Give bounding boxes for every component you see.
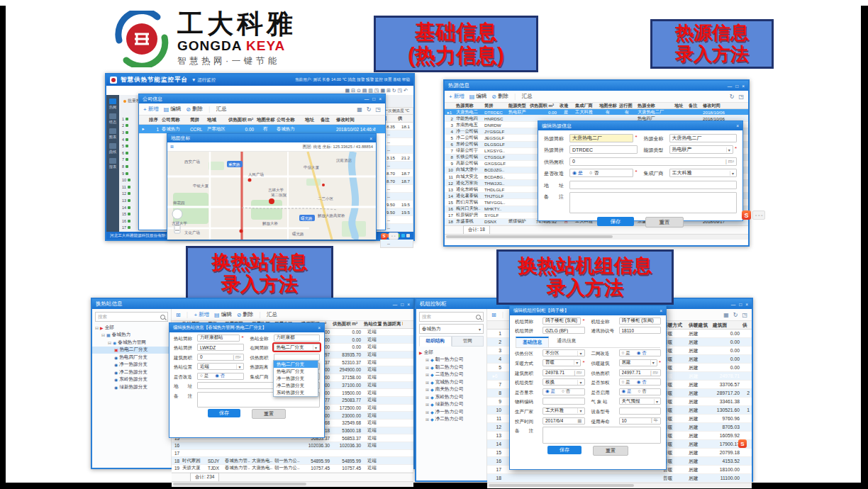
close-icon[interactable]: × xyxy=(736,123,739,128)
add-button[interactable]: 新增 xyxy=(148,106,159,113)
reset-button[interactable]: 重置 xyxy=(593,446,628,456)
tree-item[interactable]: ◉东岭热源分支 xyxy=(92,376,171,384)
tree-item[interactable]: ⊞◆东岭热力公司 xyxy=(416,393,486,401)
sidebar-item-0[interactable]: 热网 xyxy=(109,99,116,109)
maximize-icon[interactable]: □ xyxy=(372,96,375,101)
minimize-icon[interactable]: — xyxy=(393,302,398,307)
expand-icon[interactable]: ⊞ xyxy=(425,380,429,385)
edit-button[interactable]: 编辑 xyxy=(221,311,232,318)
heating-area-input[interactable]: 24997.71| m² xyxy=(619,369,662,376)
tree-item[interactable]: ⊞◆南关热力公司 xyxy=(416,386,486,394)
tree-item[interactable]: ⊟◉春城热力管网 xyxy=(92,339,171,347)
expand-icon[interactable]: ⊞ xyxy=(425,410,429,415)
horizontal-scrollbar[interactable] xyxy=(445,234,748,240)
material-code-input[interactable] xyxy=(542,398,585,405)
radio-option[interactable]: ◉ 是 xyxy=(622,388,632,395)
table-row[interactable]: 18普暖居建11100.00 xyxy=(487,474,752,483)
secondary-retrofit-radio[interactable]: ○ 是◉ 否 xyxy=(619,349,662,356)
chevron-down-icon[interactable]: ▾ xyxy=(313,345,317,350)
chevron-down-icon[interactable]: ▾ xyxy=(577,380,582,385)
device-model-input[interactable] xyxy=(619,408,662,415)
branch-dropdown-list[interactable]: 热电二厂分支热电四厂分支净一热源分支净二热源分支东岭热源分支 xyxy=(273,360,318,397)
expand-icon[interactable]: ⊞ xyxy=(425,372,429,377)
expand-icon[interactable]: ⊟ xyxy=(95,325,99,330)
tab-basic-info[interactable]: 基础信息 xyxy=(516,337,549,347)
scrollbar-thumb[interactable] xyxy=(446,235,613,238)
scrollbar-thumb[interactable] xyxy=(173,483,306,485)
table-row[interactable]: 19天骄大厦TJDX春城热力管..大唐热电..朝一热力公..10757.4510… xyxy=(172,465,413,473)
expand-icon[interactable]: ⊞ xyxy=(425,417,429,422)
station-short-name-input[interactable]: 力旺康都站 xyxy=(197,335,240,342)
dropdown-option[interactable]: 热电二厂分支 xyxy=(274,361,318,368)
commission-date-input[interactable]: 2017/6/4▦ xyxy=(542,417,585,425)
tree-item[interactable]: ▶全部 xyxy=(416,349,486,356)
table-row[interactable]: -- xyxy=(381,240,413,247)
search-input[interactable]: 搜索 xyxy=(419,312,484,322)
expand-icon[interactable]: ⊞ xyxy=(425,402,429,407)
chevron-down-icon[interactable]: ▾ xyxy=(654,399,658,404)
zone-select[interactable]: 不分区▾ xyxy=(542,349,585,356)
expand-icon[interactable]: ⊟ xyxy=(101,332,105,337)
export-icon[interactable]: ◳ xyxy=(375,106,381,113)
retrofit-radio[interactable]: ○ 是◉ 否 xyxy=(197,373,244,380)
expand-icon[interactable]: ⊞ xyxy=(425,365,429,370)
sidebar-item-4[interactable]: 报表 xyxy=(109,158,116,169)
weighted-radio[interactable]: ○ 是◉ 否 xyxy=(619,378,662,386)
tree-item[interactable]: ⊞◆二道热力公司 xyxy=(416,371,486,379)
remark-textarea[interactable] xyxy=(542,427,661,444)
radio-option[interactable]: ○ 否 xyxy=(589,169,599,176)
radio-option[interactable]: ◉ 否 xyxy=(215,373,225,379)
heating-area-input[interactable] xyxy=(274,354,321,361)
source-short-name-input[interactable]: 大唐热电二厂 xyxy=(569,134,633,142)
close-icon[interactable]: × xyxy=(407,302,410,307)
table-row[interactable]: ▸1大唐热电二DTRDEC热电联产0.00是工大科雅有有大唐热电二厂2018/1… xyxy=(445,109,748,116)
delete-button[interactable]: 删除 xyxy=(498,93,508,100)
radio-option[interactable]: ◉ 否 xyxy=(637,350,647,356)
building-area-input[interactable]: 0| m² xyxy=(197,354,244,361)
tree-item[interactable]: ⊞◆朝二热力公司 xyxy=(416,364,486,371)
summary-button[interactable]: 汇总 xyxy=(267,311,277,318)
delete-button[interactable]: 删除 xyxy=(243,311,253,318)
table-row[interactable]: 18时代家园SDJY春城热力管..大唐热电..朝一热力公..54895.9954… xyxy=(172,457,413,465)
chevron-down-icon[interactable]: ▾ xyxy=(236,364,240,369)
maximize-icon[interactable]: □ xyxy=(401,302,404,307)
sogou-ime-indicator[interactable]: S ▫▫ xyxy=(381,232,399,240)
close-icon[interactable]: × xyxy=(660,308,662,313)
minimize-icon[interactable]: — xyxy=(731,302,736,307)
grid-icon[interactable]: ⊞ xyxy=(176,312,181,318)
protocol-number-input[interactable]: 18110 xyxy=(619,327,662,334)
building-type-select[interactable]: 居建▾ xyxy=(619,359,657,366)
scrollbar-thumb[interactable] xyxy=(489,484,634,487)
city-map[interactable]: 重庆路曙光路西安广场人民广场中信大厦中银大厦吉林大学第二医院二三小区汉庭酒店御花… xyxy=(167,152,376,240)
address-input[interactable] xyxy=(569,181,737,189)
expand-icon[interactable]: ⊟ xyxy=(108,340,111,345)
source-pinyin-input[interactable]: DTRDEC xyxy=(569,145,638,154)
tree-item[interactable]: ⊞◆绿新热力公司 xyxy=(416,401,486,409)
menu-run-monitor[interactable]: ▼ 运行监控 xyxy=(191,77,216,84)
chevron-down-icon[interactable]: ▾ xyxy=(730,171,734,176)
company-select[interactable]: 春城热力▾ xyxy=(419,324,484,334)
save-icon[interactable]: ▦ xyxy=(723,312,729,318)
tree-item[interactable]: ⊟▦春城热力 xyxy=(92,332,171,339)
calendar-icon[interactable]: ▦ xyxy=(577,418,582,424)
radio-option[interactable]: ○ 否 xyxy=(638,388,646,395)
expand-icon[interactable]: ⊞ xyxy=(425,395,429,400)
dropdown-option[interactable]: 东岭热源分支 xyxy=(274,389,318,396)
dropdown-option[interactable]: 净一热源分支 xyxy=(274,375,318,382)
station-full-name-input[interactable]: 力旺康都 xyxy=(274,335,321,342)
minimize-icon[interactable]: — xyxy=(728,84,733,89)
remark-textarea[interactable] xyxy=(569,192,737,213)
sidebar-item-2[interactable]: 图表 xyxy=(109,128,116,139)
delete-button[interactable]: 删除 xyxy=(192,106,203,113)
sidebar-item-1[interactable]: 组态 xyxy=(109,113,116,124)
horizontal-scrollbar[interactable] xyxy=(172,481,413,487)
tree-item[interactable]: ⊞◆净一热力公司 xyxy=(416,408,486,416)
tree-item[interactable]: ⊞◆净二热力公司 xyxy=(416,416,486,424)
weather-station-select[interactable]: 天气预报▾ xyxy=(619,398,662,405)
vendor-select[interactable]: 工大科雅▾ xyxy=(669,169,738,177)
tree-item[interactable]: ◉净二热源分支 xyxy=(92,369,171,376)
unit-pinyin-input[interactable]: GZLG (BF) xyxy=(542,327,585,334)
close-icon[interactable]: × xyxy=(745,302,748,307)
close-icon[interactable]: × xyxy=(379,96,382,101)
tree-item[interactable]: ⊞◆宽城热力公司 xyxy=(416,378,486,386)
